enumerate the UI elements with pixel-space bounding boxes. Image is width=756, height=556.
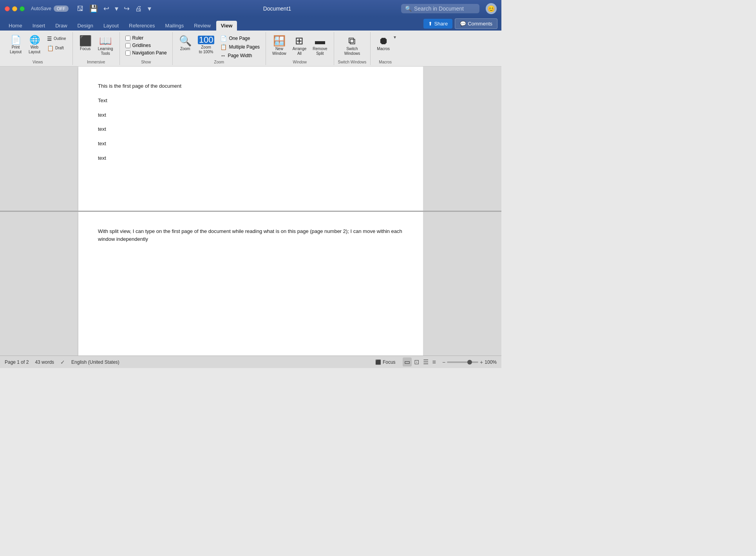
page2-content: With split view, I can type on the first…	[98, 227, 403, 244]
redo-button[interactable]: ↪	[122, 4, 132, 14]
document-page-2[interactable]: With split view, I can type on the first…	[78, 212, 423, 356]
page-width-icon: ↔	[220, 52, 226, 59]
multiple-pages-icon: 📋	[220, 44, 227, 50]
tab-home[interactable]: Home	[4, 21, 27, 31]
right-margin-bottom	[423, 212, 501, 356]
multiple-pages-button[interactable]: 📋 Multiple Pages	[218, 43, 262, 51]
share-label: Share	[434, 21, 448, 27]
new-window-icon: 🪟	[273, 36, 286, 46]
learning-tools-label: LearningTools	[98, 47, 113, 56]
views-group-label: Views	[33, 60, 43, 64]
print-layout-status-icon[interactable]: ▭	[403, 357, 412, 366]
zoom-in-icon[interactable]: +	[480, 359, 483, 365]
zoom-slider-thumb[interactable]	[467, 360, 472, 365]
close-button[interactable]	[5, 6, 10, 11]
print-layout-button[interactable]: 📄 PrintLayout	[7, 34, 24, 56]
title-bar: AutoSave OFF 🖫 💾 ↩ ▾ ↪ 🖨 ▾ Document1 🔍 S…	[0, 0, 501, 17]
language[interactable]: English (United States)	[71, 359, 119, 365]
undo-button[interactable]: ↩	[101, 4, 111, 14]
ruler-checkbox[interactable]: Ruler	[124, 34, 145, 42]
macros-dropdown[interactable]: ▾	[394, 34, 396, 40]
ruler-checkbox-input[interactable]	[125, 36, 130, 41]
immersive-group-label: Immersive	[87, 60, 105, 64]
focus-status-button[interactable]: ⬛ Focus	[373, 359, 398, 366]
switch-windows-group-label: Switch Windows	[338, 60, 367, 64]
draft-button[interactable]: 📋 Draft	[45, 44, 69, 52]
zoom-100-button[interactable]: 100 Zoomto 100%	[195, 34, 217, 56]
maximize-button[interactable]	[20, 6, 25, 11]
proofread-icon[interactable]: ✓	[60, 359, 65, 365]
new-window-button[interactable]: 🪟 NewWindow	[270, 34, 289, 57]
undo-dropdown[interactable]: ▾	[113, 4, 120, 14]
ribbon-group-views: 📄 PrintLayout 🌐 WebLayout ☰ Outline 📋 Dr…	[3, 32, 73, 65]
autosave-toggle[interactable]: OFF	[54, 5, 69, 12]
search-bar[interactable]: 🔍 Search in Document	[401, 4, 479, 13]
tab-draw[interactable]: Draw	[51, 21, 72, 31]
document-page-1[interactable]: This is the first page of the document T…	[78, 67, 423, 211]
web-layout-status-icon[interactable]: ⊡	[412, 357, 421, 366]
macros-items: ⏺ Macros ▾	[374, 33, 396, 60]
tab-design[interactable]: Design	[73, 21, 98, 31]
zoom-group-label: Zoom	[214, 60, 224, 64]
save-icon[interactable]: 🖫	[75, 4, 86, 14]
user-avatar[interactable]: 😊	[486, 3, 497, 14]
page1-line-2: Text	[98, 97, 403, 105]
outline-label: Outline	[54, 36, 66, 41]
show-items: Ruler Gridlines Navigation Pane	[124, 33, 168, 60]
page-width-button[interactable]: ↔ Page Width	[218, 52, 262, 60]
ribbon-tabs: Home Insert Draw Design Layout Reference…	[0, 17, 501, 31]
ribbon-group-immersive: ⬛ Focus 📖 LearningTools Immersive	[73, 32, 120, 65]
switch-windows-button[interactable]: ⧉ SwitchWindows	[342, 34, 363, 57]
layout-icons: ▭ ⊡ ☰ ≡	[403, 357, 438, 366]
web-layout-icon: 🌐	[29, 36, 40, 44]
nav-pane-checkbox-input[interactable]	[125, 51, 130, 56]
remove-split-label: RemoveSplit	[313, 47, 327, 56]
align-layout-status-icon[interactable]: ≡	[431, 358, 438, 366]
remove-split-button[interactable]: ▬ RemoveSplit	[310, 34, 329, 57]
list-layout-status-icon[interactable]: ☰	[421, 357, 430, 366]
window-items: 🪟 NewWindow ⊞ ArrangeAll ▬ RemoveSplit	[270, 33, 329, 60]
one-page-button[interactable]: 📄 One Page	[218, 34, 262, 42]
word-count: 43 words	[35, 359, 54, 365]
focus-button[interactable]: ⬛ Focus	[77, 34, 94, 52]
switch-windows-icon: ⧉	[348, 36, 356, 46]
tab-review[interactable]: Review	[189, 21, 215, 31]
search-placeholder: Search in Document	[414, 5, 464, 12]
document-area: This is the first page of the document T…	[0, 67, 501, 356]
status-bar-right: ⬛ Focus ▭ ⊡ ☰ ≡ − + 100%	[373, 357, 497, 366]
web-layout-button[interactable]: 🌐 WebLayout	[26, 34, 43, 56]
nav-pane-label: Navigation Pane	[132, 50, 167, 56]
comments-icon: 💬	[460, 21, 466, 27]
tab-mailings[interactable]: Mailings	[161, 21, 189, 31]
comments-button[interactable]: 💬 Comments	[455, 18, 497, 29]
zoom-items: 🔍 Zoom 100 Zoomto 100% 📄 One Page 📋 Mult…	[177, 33, 262, 60]
arrange-all-button[interactable]: ⊞ ArrangeAll	[290, 34, 309, 57]
share-button[interactable]: ⬆ Share	[423, 19, 452, 29]
outline-button[interactable]: ☰ Outline	[45, 34, 69, 43]
autosave-state: OFF	[57, 6, 65, 11]
minimize-button[interactable]	[12, 6, 17, 11]
tab-insert[interactable]: Insert	[28, 21, 50, 31]
tab-references[interactable]: References	[124, 21, 159, 31]
nav-pane-checkbox[interactable]: Navigation Pane	[124, 49, 168, 56]
zoom-slider[interactable]	[447, 361, 478, 363]
status-bar: Page 1 of 2 43 words ✓ English (United S…	[0, 356, 501, 368]
zoom-out-icon[interactable]: −	[442, 359, 445, 365]
learning-tools-button[interactable]: 📖 LearningTools	[96, 34, 116, 57]
tab-view[interactable]: View	[216, 21, 237, 31]
document-title: Document1	[156, 5, 398, 12]
zoom-button[interactable]: 🔍 Zoom	[177, 34, 194, 52]
print-button[interactable]: 🖨	[133, 4, 144, 14]
save-alt-icon[interactable]: 💾	[87, 4, 100, 14]
customize-toolbar[interactable]: ▾	[146, 4, 153, 14]
gridlines-checkbox[interactable]: Gridlines	[124, 42, 152, 49]
zoom-icon: 🔍	[179, 36, 192, 46]
gridlines-checkbox-input[interactable]	[125, 43, 130, 48]
split-pane-bottom: With split view, I can type on the first…	[0, 212, 501, 356]
remove-split-icon: ▬	[315, 36, 325, 46]
tab-layout[interactable]: Layout	[99, 21, 123, 31]
macros-button[interactable]: ⏺ Macros	[374, 34, 392, 52]
left-margin-bottom	[0, 212, 78, 356]
ribbon-content: 📄 PrintLayout 🌐 WebLayout ☰ Outline 📋 Dr…	[0, 31, 501, 67]
autosave-label: AutoSave	[31, 6, 51, 11]
